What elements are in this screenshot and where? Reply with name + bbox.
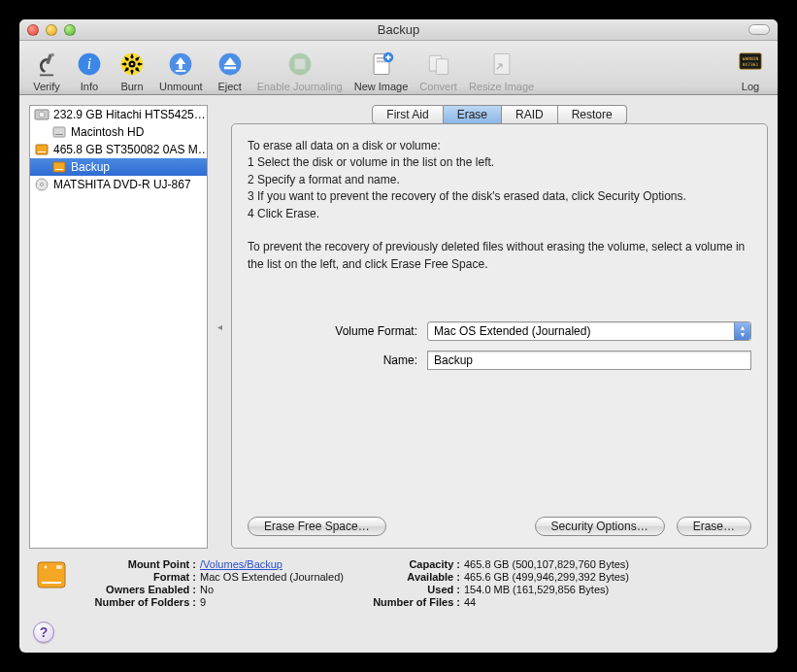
- disk-sidebar[interactable]: 232.9 GB Hitachi HTS5425… Macintosh HD 4…: [29, 105, 208, 549]
- new-image-icon: [366, 49, 397, 80]
- svg-rect-11: [224, 67, 236, 70]
- info-key: Used :: [353, 584, 460, 595]
- burn-icon: [116, 49, 148, 80]
- erase-free-space-button[interactable]: Erase Free Space…: [248, 517, 386, 536]
- toolbar-label: New Image: [354, 81, 409, 92]
- convert-icon: [423, 49, 454, 80]
- toolbar-resize-image: Resize Image: [463, 49, 540, 92]
- internal-volume-icon: [51, 124, 67, 140]
- info-strip: Mount Point : /Volumes/Backup Format : M…: [19, 549, 778, 622]
- toolbar-label: Eject: [217, 81, 241, 92]
- instructions-note: To prevent the recovery of previously de…: [248, 239, 751, 273]
- main-panel: First Aid Erase RAID Restore To erase al…: [231, 105, 768, 549]
- toolbar-label: Convert: [419, 81, 457, 92]
- toolbar-convert: Convert: [414, 49, 463, 92]
- info-value: 154.0 MB (161,529,856 Bytes): [464, 584, 629, 595]
- toolbar-burn[interactable]: Burn: [111, 49, 153, 92]
- erase-button[interactable]: Erase…: [677, 517, 751, 536]
- svg-rect-9: [176, 70, 186, 72]
- toolbar-label: Verify: [33, 81, 60, 92]
- select-arrows-icon: ▲▼: [734, 322, 750, 340]
- svg-point-7: [131, 63, 134, 66]
- external-disk-icon: [34, 142, 50, 157]
- svg-rect-34: [42, 582, 61, 584]
- svg-point-35: [45, 566, 48, 569]
- toolbar-toggle-pill[interactable]: [748, 24, 770, 35]
- microscope-icon: [31, 49, 62, 80]
- tab-first-aid[interactable]: First Aid: [372, 105, 443, 124]
- info-icon: i: [74, 49, 105, 80]
- info-left-col: Mount Point : /Volumes/Backup Format : M…: [80, 558, 344, 608]
- name-label: Name:: [248, 353, 417, 367]
- svg-rect-18: [436, 59, 448, 75]
- info-value: 9: [200, 596, 344, 608]
- sidebar-item-label: Macintosh HD: [71, 125, 144, 139]
- info-value: 44: [464, 596, 629, 608]
- volume-format-value: Mac OS Extended (Journaled): [428, 324, 734, 338]
- titlebar: Backup: [19, 19, 778, 41]
- sidebar-item-volume-selected[interactable]: Backup: [30, 158, 207, 176]
- sidebar-item-disk[interactable]: 465.8 GB ST350082 0AS M…: [30, 141, 207, 158]
- security-options-button[interactable]: Security Options…: [535, 517, 665, 536]
- sidebar-item-label: 465.8 GB ST350082 0AS M…: [53, 143, 207, 156]
- minimize-button[interactable]: [46, 24, 57, 36]
- sidebar-item-optical[interactable]: MATSHITA DVD-R UJ-867: [30, 176, 207, 193]
- internal-disk-icon: [34, 107, 50, 122]
- unmount-icon: [165, 49, 196, 80]
- svg-point-1: [50, 53, 54, 57]
- external-volume-icon: [51, 159, 67, 175]
- close-button[interactable]: [27, 24, 39, 36]
- toolbar: Verify i Info Burn Unmount Eject: [19, 41, 778, 95]
- tab-erase[interactable]: Erase: [444, 105, 502, 124]
- sidebar-item-volume[interactable]: Macintosh HD: [30, 123, 207, 141]
- mount-point-link[interactable]: /Volumes/Backup: [200, 558, 282, 570]
- name-row: Name:: [248, 351, 751, 370]
- log-icon: WARNIN0X7361: [735, 49, 766, 80]
- info-key: Mount Point :: [80, 558, 196, 570]
- info-key: Number of Files :: [353, 596, 460, 608]
- info-value: Mac OS Extended (Journaled): [200, 571, 344, 583]
- window: Backup Verify i Info Burn Unmount: [19, 19, 778, 653]
- svg-point-24: [39, 112, 45, 118]
- toolbar-enable-journaling: Enable Journaling: [251, 49, 349, 92]
- svg-rect-28: [38, 151, 46, 152]
- content-area: 232.9 GB Hitachi HTS5425… Macintosh HD 4…: [19, 95, 778, 549]
- instructions-step: 1 Select the disk or volume in the list …: [248, 154, 751, 171]
- toolbar-label: Burn: [120, 81, 143, 92]
- split-divider[interactable]: ◂: [217, 105, 221, 549]
- toolbar-label: Enable Journaling: [257, 81, 343, 92]
- info-right-col: Capacity : 465.8 GB (500,107,829,760 Byt…: [353, 558, 629, 608]
- svg-text:WARNIN: WARNIN: [743, 56, 759, 61]
- toolbar-new-image[interactable]: New Image: [349, 49, 415, 92]
- tab-raid[interactable]: RAID: [502, 105, 558, 124]
- zoom-button[interactable]: [64, 24, 76, 36]
- toolbar-eject[interactable]: Eject: [209, 49, 251, 92]
- sidebar-item-disk[interactable]: 232.9 GB Hitachi HTS5425…: [30, 106, 207, 123]
- toolbar-log[interactable]: WARNIN0X7361 Log: [729, 49, 772, 92]
- toolbar-unmount[interactable]: Unmount: [153, 49, 209, 92]
- panel-buttons: Erase Free Space… Security Options… Eras…: [248, 507, 751, 536]
- instructions-step: 4 Click Erase.: [248, 206, 751, 222]
- name-input[interactable]: [427, 351, 751, 370]
- info-key: Owners Enabled :: [80, 584, 196, 595]
- help-button[interactable]: ?: [33, 622, 54, 643]
- svg-text:0X7361: 0X7361: [743, 62, 759, 67]
- toolbar-label: Info: [81, 81, 98, 92]
- toolbar-verify[interactable]: Verify: [25, 49, 68, 92]
- svg-rect-27: [36, 145, 48, 154]
- volume-format-select[interactable]: Mac OS Extended (Journaled) ▲▼: [427, 321, 751, 341]
- volume-big-icon: [35, 558, 68, 591]
- toolbar-label: Resize Image: [469, 81, 534, 92]
- optical-drive-icon: [34, 177, 50, 192]
- tab-restore[interactable]: Restore: [558, 105, 627, 124]
- instructions-intro: To erase all data on a disk or volume:: [248, 138, 751, 154]
- toolbar-label: Log: [742, 81, 759, 92]
- svg-rect-36: [56, 565, 62, 569]
- info-key: Capacity :: [353, 558, 460, 570]
- svg-rect-26: [55, 134, 63, 135]
- journaling-icon: [284, 49, 315, 80]
- info-key: Available :: [353, 571, 460, 583]
- instructions: To erase all data on a disk or volume: 1…: [248, 138, 751, 273]
- sidebar-item-label: Backup: [71, 160, 110, 174]
- toolbar-info[interactable]: i Info: [68, 49, 111, 92]
